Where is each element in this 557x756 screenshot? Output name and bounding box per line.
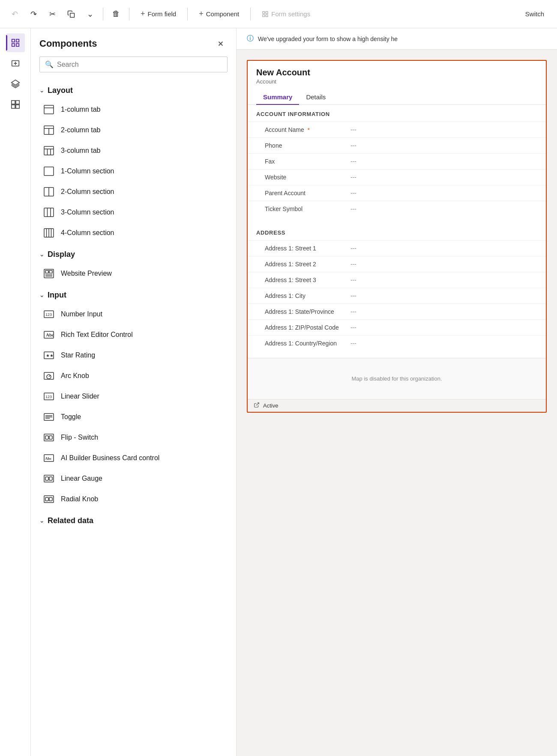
field-account-name-value: ---: [350, 126, 537, 133]
redo-button[interactable]: ↷: [26, 6, 41, 22]
nav-components[interactable]: [6, 95, 25, 114]
layers-icon: [11, 79, 20, 89]
undo-button[interactable]: ↶: [7, 6, 22, 22]
svg-rect-8: [12, 44, 14, 46]
input-chevron-icon: ⌄: [39, 292, 44, 298]
field-city-label: Address 1: City: [265, 292, 350, 299]
svg-line-49: [49, 375, 50, 377]
website-preview-item[interactable]: Website Preview: [39, 263, 228, 284]
2-column-section-icon: [43, 186, 55, 198]
add-component-button[interactable]: + Component: [193, 7, 245, 21]
3-column-tab-label: 3-column tab: [61, 147, 101, 155]
search-container: 🔍: [31, 57, 236, 79]
delete-button[interactable]: 🗑: [108, 6, 124, 22]
related-data-section-header[interactable]: ⌄ Related data: [39, 516, 228, 525]
nav-text-field[interactable]: [6, 54, 25, 73]
separator-1: [103, 8, 103, 21]
required-star: *: [308, 127, 310, 133]
add-form-field-button[interactable]: + Form field: [135, 7, 182, 21]
field-parent-account-value: ---: [350, 190, 537, 196]
flip-switch-label: Flip - Switch: [61, 434, 98, 441]
3-column-tab-item[interactable]: 3-column tab: [39, 140, 228, 161]
website-preview-icon: [43, 268, 55, 280]
ai-builder-label: AI Builder Business Card control: [61, 454, 159, 462]
svg-rect-62: [45, 477, 48, 480]
rich-text-editor-icon: Abc: [43, 329, 55, 341]
field-street3-value: ---: [350, 277, 537, 283]
flip-switch-item[interactable]: Flip - Switch: [39, 427, 228, 448]
linear-gauge-item[interactable]: Linear Gauge: [39, 468, 228, 489]
3-column-section-item[interactable]: 3-Column section: [39, 202, 228, 223]
star-rating-item[interactable]: ★★ Star Rating: [39, 345, 228, 366]
search-input[interactable]: [57, 61, 222, 68]
field-website-value: ---: [350, 174, 537, 181]
4-column-section-label: 4-Column section: [61, 229, 114, 237]
copy-button[interactable]: [63, 6, 79, 22]
field-website: Website ---: [248, 169, 546, 185]
form-settings-button[interactable]: Form settings: [256, 8, 316, 20]
field-account-name: Account Name * ---: [248, 122, 546, 137]
1-column-tab-item[interactable]: 1-column tab: [39, 99, 228, 120]
toolbar: ↶ ↷ ✂ ⌄ 🗑 + Form field + Component Form …: [0, 0, 557, 28]
sidebar-header: Components: [31, 28, 236, 57]
svg-rect-58: [49, 436, 52, 439]
layout-section-header[interactable]: ⌄ Layout: [39, 86, 228, 95]
2-column-tab-label: 2-column tab: [61, 126, 101, 134]
rich-text-editor-item[interactable]: Abc Rich Text Editor Control: [39, 324, 228, 345]
svg-rect-63: [49, 477, 52, 480]
svg-rect-14: [15, 105, 19, 108]
tab-details[interactable]: Details: [299, 90, 332, 105]
2-column-tab-item[interactable]: 2-column tab: [39, 120, 228, 140]
field-city-value: ---: [350, 292, 537, 299]
1-column-section-item[interactable]: 1-Column section: [39, 161, 228, 182]
ai-builder-icon: Abc: [43, 452, 55, 464]
external-link-icon: [254, 402, 260, 409]
ai-builder-item[interactable]: Abc AI Builder Business Card control: [39, 448, 228, 468]
field-ticker-symbol-label: Ticker Symbol: [265, 205, 350, 212]
nav-grid-view[interactable]: [6, 33, 25, 52]
1-column-tab-label: 1-column tab: [61, 106, 101, 113]
svg-line-67: [256, 403, 259, 405]
cut-button[interactable]: ✂: [45, 6, 60, 22]
tab-summary[interactable]: Summary: [256, 90, 299, 105]
form-header: New Account Account: [248, 61, 546, 86]
linear-slider-item[interactable]: 123 Linear Slider: [39, 386, 228, 407]
field-parent-account-label: Parent Account: [265, 190, 350, 196]
3-column-section-label: 3-Column section: [61, 208, 114, 216]
field-street1-value: ---: [350, 245, 537, 252]
field-street1-label: Address 1: Street 1: [265, 245, 350, 252]
field-account-name-label: Account Name *: [265, 126, 350, 133]
form-settings-icon: [262, 11, 269, 18]
4-column-section-item[interactable]: 4-Column section: [39, 223, 228, 243]
radial-knob-item[interactable]: Radial Knob: [39, 489, 228, 509]
field-street2: Address 1: Street 2 ---: [248, 256, 546, 272]
arc-knob-item[interactable]: Arc Knob: [39, 366, 228, 386]
close-button[interactable]: [214, 37, 228, 51]
switch-button[interactable]: Switch: [519, 8, 550, 20]
input-section-header[interactable]: ⌄ Input: [39, 291, 228, 300]
number-input-icon: 123: [43, 308, 55, 320]
arc-knob-icon: [43, 370, 55, 382]
field-country-value: ---: [350, 340, 537, 347]
number-input-item[interactable]: 123 Number Input: [39, 304, 228, 324]
svg-rect-5: [12, 39, 14, 42]
layout-chevron-icon: ⌄: [39, 87, 44, 94]
sidebar-title: Components: [39, 38, 97, 49]
dropdown-button[interactable]: ⌄: [82, 6, 98, 22]
svg-text:123: 123: [45, 395, 52, 399]
form-field-label: Form field: [148, 10, 177, 18]
field-fax-label: Fax: [265, 158, 350, 165]
toggle-item[interactable]: Toggle: [39, 407, 228, 427]
1-column-tab-icon: [43, 104, 55, 116]
1-column-section-label: 1-Column section: [61, 167, 114, 175]
star-rating-label: Star Rating: [61, 351, 95, 359]
nav-layers[interactable]: [6, 74, 25, 93]
main-content: ⓘ We've upgraded your form to show a hig…: [237, 28, 557, 756]
info-banner: ⓘ We've upgraded your form to show a hig…: [237, 28, 557, 50]
info-icon: ⓘ: [247, 34, 254, 43]
number-input-label: Number Input: [61, 310, 102, 318]
account-info-section: ACCOUNT INFORMATION Account Name * --- P…: [248, 105, 546, 217]
display-section-header[interactable]: ⌄ Display: [39, 250, 228, 259]
2-column-section-item[interactable]: 2-Column section: [39, 182, 228, 202]
field-fax: Fax ---: [248, 153, 546, 169]
